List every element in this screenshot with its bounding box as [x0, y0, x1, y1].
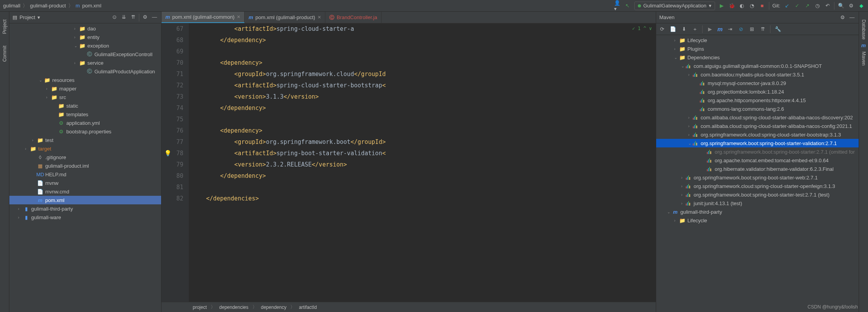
breadcrumb-file[interactable]: pom.xml	[82, 3, 101, 9]
execute-goal-icon[interactable]: m	[717, 26, 722, 32]
maven-tree-row[interactable]: ›com.alibaba.cloud:spring-cloud-starter-…	[656, 113, 859, 122]
run-icon[interactable]: ▶	[706, 26, 714, 33]
project-tree-row[interactable]: MDHELP.md	[9, 170, 161, 179]
coverage-icon[interactable]: ◐	[738, 2, 746, 9]
project-tree-row[interactable]: ›📁service	[9, 58, 161, 67]
maven-tree-row[interactable]: ⌄org.springframework.boot:spring-boot-st…	[656, 139, 859, 147]
project-tree-row[interactable]: ⚙application.yml	[9, 119, 161, 127]
project-tree-row[interactable]: 📄mvnw	[9, 179, 161, 187]
show-deps-icon[interactable]: ⊞	[748, 26, 755, 33]
maven-tree-row[interactable]: ›📁Lifecycle	[656, 36, 859, 44]
rail-commit[interactable]: Commit	[2, 46, 7, 62]
toolbox-icon[interactable]: ◆	[858, 2, 865, 9]
breadcrumb-item[interactable]: dependency	[261, 305, 286, 310]
maven-tree-row[interactable]: org.projectlombok:lombok:1.18.24	[656, 87, 859, 96]
breadcrumb-item[interactable]: dependencies	[219, 305, 249, 310]
project-tree-row[interactable]: 📁static	[9, 101, 161, 110]
editor-code[interactable]: <artifactId>spring-cloud-starter-a </dep…	[189, 23, 656, 302]
select-opened-icon[interactable]: ⊙	[111, 14, 118, 21]
project-tree-row[interactable]: mpom.xml	[9, 196, 161, 204]
maven-tree-row[interactable]: mysql:mysql-connector-java:8.0.29	[656, 79, 859, 87]
toggle-offline-icon[interactable]: ⇥	[726, 26, 733, 33]
breadcrumb-module[interactable]: gulimall-product	[30, 3, 66, 9]
maven-tree-row[interactable]: ›📁Plugins	[656, 44, 859, 53]
toggle-skip-tests-icon[interactable]: ⊘	[737, 26, 744, 33]
breadcrumb-item[interactable]: project	[193, 305, 207, 310]
settings-icon[interactable]: ⚙	[848, 2, 855, 9]
breadcrumb-root[interactable]: gulimall	[3, 3, 20, 9]
editor-tab[interactable]: mpom.xml (gulimall-common)✕	[162, 12, 245, 23]
project-tree-row[interactable]: 📁templates	[9, 110, 161, 119]
editor-status[interactable]: ✓ 1 ^ ∨	[632, 26, 652, 31]
project-tree-row[interactable]: ⌄📁resources	[9, 76, 161, 84]
chevron-down-icon[interactable]: ▾	[37, 14, 40, 20]
maven-tree-row[interactable]: ›com.alibaba.cloud:spring-cloud-starter-…	[656, 122, 859, 130]
search-icon[interactable]: 🔍	[838, 2, 845, 9]
download-sources-icon[interactable]: ⬇	[680, 26, 687, 33]
rail-database[interactable]: Database	[861, 20, 866, 39]
maven-tree-row[interactable]: ›org.springframework.boot:spring-boot-st…	[656, 173, 859, 182]
maven-tree-row[interactable]: ›📁Lifecycle	[656, 216, 859, 225]
close-icon[interactable]: ✕	[318, 15, 321, 20]
generate-sources-icon[interactable]: 📄	[669, 26, 676, 33]
hide-icon[interactable]: —	[151, 14, 158, 21]
rail-maven[interactable]: Maven	[861, 51, 866, 66]
project-tree-row[interactable]: ▦gulimall-product.iml	[9, 161, 161, 170]
maven-tree[interactable]: ›📁Lifecycle›📁Plugins⌄📁Dependencies⌄com.a…	[656, 35, 859, 312]
editor-body[interactable]: ✓ 1 ^ ∨ 6768697071727374757677💡787980818…	[162, 23, 656, 302]
project-tree[interactable]: ›📁dao›📁entity⌄📁exceptionⒸGulimallExcepti…	[9, 23, 161, 312]
maven-tree-row[interactable]: ›org.springframework.cloud:spring-cloud-…	[656, 182, 859, 190]
maven-tree-row[interactable]: org.hibernate.validator:hibernate-valida…	[656, 165, 859, 173]
hide-icon[interactable]: —	[848, 14, 856, 21]
project-tree-row[interactable]: ›▮gulimall-third-party	[9, 204, 161, 213]
project-tree-row[interactable]: ›📁target	[9, 144, 161, 153]
collapse-all-icon[interactable]: ⇈	[130, 14, 137, 21]
gear-icon[interactable]: ⚙	[839, 14, 846, 21]
maven-tree-row[interactable]: ⌄com.atguigu.gulimall:gulimall-common:0.…	[656, 62, 859, 70]
editor-tab[interactable]: ⒸBrandController.ja	[325, 12, 382, 23]
maven-tree-row[interactable]: ⌄📁Dependencies	[656, 53, 859, 62]
debug-icon[interactable]: 🐞	[728, 2, 735, 9]
run-config-selector[interactable]: GulimallGatewayApplication ▾	[634, 2, 715, 10]
breadcrumb-item[interactable]: artifactId	[299, 305, 317, 310]
project-tree-row[interactable]: ⒸGulimallExceptionControll	[9, 50, 161, 58]
build-icon[interactable]: ↖	[624, 2, 631, 9]
user-icon[interactable]: 👤▾	[614, 2, 621, 9]
project-tree-row[interactable]: ⒸGulimallProductApplication	[9, 67, 161, 76]
project-tree-row[interactable]: ›📁test	[9, 136, 161, 144]
close-icon[interactable]: ✕	[237, 14, 240, 20]
project-tree-row[interactable]: ›📁src	[9, 93, 161, 101]
maven-tree-row[interactable]: ›org.springframework.boot:spring-boot-st…	[656, 190, 859, 199]
project-tree-row[interactable]: ›📁mapper	[9, 84, 161, 93]
project-tree-row[interactable]: ⌄📁exception	[9, 41, 161, 50]
maven-tree-row[interactable]: ⌄mgulimall-third-party	[656, 207, 859, 216]
stop-icon[interactable]: ■	[759, 2, 766, 9]
git-history-icon[interactable]: ◷	[814, 2, 821, 9]
maven-tree-row[interactable]: org.apache.httpcomponents:httpcore:4.4.1…	[656, 96, 859, 105]
maven-tree-row[interactable]: org.apache.tomcat.embed:tomcat-embed-el:…	[656, 156, 859, 165]
add-project-icon[interactable]: ＋	[691, 26, 698, 33]
maven-tree-row[interactable]: org.springframework.boot:spring-boot-sta…	[656, 147, 859, 156]
editor-tab[interactable]: mpom.xml (gulimall-product)✕	[245, 12, 325, 23]
reload-icon[interactable]: ⟳	[659, 26, 666, 33]
rail-project[interactable]: Project	[2, 20, 7, 34]
maven-tree-row[interactable]: ›com.baomidou:mybatis-plus-boot-starter:…	[656, 70, 859, 79]
project-tree-row[interactable]: ›📁dao	[9, 24, 161, 33]
settings-icon[interactable]: 🔧	[774, 26, 781, 33]
bulb-icon[interactable]: 💡	[164, 148, 172, 159]
git-pull-icon[interactable]: ↙	[783, 2, 790, 9]
maven-tree-row[interactable]: commons-lang:commons-lang:2.6	[656, 105, 859, 113]
project-tree-row[interactable]: 📄mvnw.cmd	[9, 187, 161, 196]
collapse-all-icon[interactable]: ⇈	[759, 26, 766, 33]
project-tree-row[interactable]: ⚙bootstrap.properties	[9, 127, 161, 136]
run-icon[interactable]: ▶	[718, 2, 725, 9]
gear-icon[interactable]: ⚙	[142, 14, 149, 21]
git-commit-icon[interactable]: ✓	[793, 2, 801, 9]
maven-tree-row[interactable]: ›junit:junit:4.13.1 (test)	[656, 199, 859, 207]
expand-all-icon[interactable]: ⇊	[120, 14, 127, 21]
git-push-icon[interactable]: ↗	[804, 2, 811, 9]
project-header-title[interactable]: Project	[20, 14, 35, 20]
git-revert-icon[interactable]: ↶	[824, 2, 831, 9]
project-tree-row[interactable]: ◊.gitignore	[9, 153, 161, 161]
project-tree-row[interactable]: ›▮gulimall-ware	[9, 213, 161, 222]
